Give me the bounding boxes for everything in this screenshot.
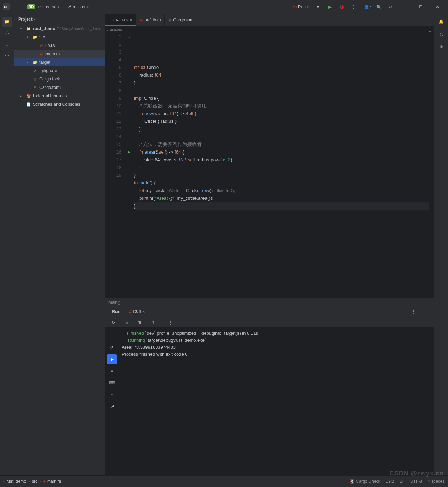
- tab-lib-rs[interactable]: ⊙ src\lib.rs: [136, 14, 165, 26]
- run-label: Run: [298, 5, 306, 9]
- rust-file-icon: ⊙: [38, 51, 44, 57]
- tree-folder-src[interactable]: ▾ 📁 src: [14, 33, 105, 41]
- cargo-icon: ⊞: [32, 76, 38, 82]
- tabs-more-icon[interactable]: ⋮: [424, 14, 434, 24]
- project-tool-icon[interactable]: 📁: [2, 17, 12, 27]
- add-user-icon[interactable]: 👤⁺: [363, 2, 372, 12]
- tree-folder-target[interactable]: ▸ 📁 target: [14, 58, 105, 66]
- run-active-icon[interactable]: ▶: [107, 354, 117, 364]
- main-menu-icon[interactable]: [13, 2, 22, 12]
- sidebar-header[interactable]: Project ▾: [14, 14, 105, 24]
- tree-file-gitignore[interactable]: ⊘ .gitignore: [14, 66, 105, 75]
- close-tab-icon[interactable]: ×: [142, 309, 145, 314]
- root-path: E:\StudySpace\rust_demo: [57, 27, 101, 31]
- app-logo: RR: [3, 3, 10, 10]
- inspection-ok-icon[interactable]: ✓: [429, 28, 433, 34]
- search-icon[interactable]: 🔍: [374, 2, 384, 12]
- tree-external-libs[interactable]: ▸ 📚 External Libraries: [14, 92, 105, 100]
- status-breadcrumbs[interactable]: ▫rust_demo › src › ⊙main.rs: [3, 479, 61, 484]
- build-icon[interactable]: ▼: [313, 2, 323, 12]
- rerun-rail-icon[interactable]: ⟳: [107, 343, 117, 352]
- tree-scratches[interactable]: 📄 Scratches and Consoles: [14, 100, 105, 108]
- rust-file-icon: ⊙: [140, 18, 143, 22]
- close-tab-icon[interactable]: ×: [130, 17, 133, 22]
- tab-cargo-toml[interactable]: ⊞ Cargo.toml: [165, 14, 198, 26]
- minimize-button[interactable]: ─: [396, 0, 412, 14]
- chevron-down-icon: ▾: [27, 35, 31, 39]
- toolbar-more-icon[interactable]: ⋮: [165, 318, 175, 327]
- run-toolwindow-tab[interactable]: Run: [108, 306, 125, 317]
- right-tool-rail: 🔔 ◎ ®: [434, 14, 448, 475]
- editor-breadcrumb[interactable]: main(): [105, 298, 434, 306]
- rerun-icon[interactable]: ↻: [108, 318, 118, 327]
- tree-file-cargolock[interactable]: ⊞ Cargo.lock: [14, 75, 105, 83]
- cursor-position[interactable]: 19:2: [386, 479, 394, 484]
- root-name: rust_demo: [33, 26, 55, 31]
- item-label: Scratches and Consoles: [33, 102, 80, 107]
- tree-file-cargotoml[interactable]: ⊞ Cargo.toml: [14, 83, 105, 92]
- breadcrumb-text: main(): [108, 300, 120, 305]
- filter-icon[interactable]: ⇅: [135, 318, 145, 327]
- run-more-icon[interactable]: ⋮: [409, 307, 419, 317]
- more-actions-icon[interactable]: ⋮: [349, 2, 358, 12]
- gitignore-icon: ⊘: [32, 68, 38, 73]
- file-encoding[interactable]: UTF-8: [410, 479, 422, 484]
- tree-root[interactable]: ▾ 📁 rust_demo E:\StudySpace\rust_demo: [14, 24, 105, 33]
- run-icon[interactable]: ▶: [325, 2, 335, 12]
- run-config-selector[interactable]: ⟲ Run ▾: [291, 4, 311, 10]
- indent-setting[interactable]: 4 spaces: [428, 479, 445, 484]
- close-button[interactable]: ✕: [430, 0, 445, 14]
- chevron-down-icon: ▾: [34, 17, 36, 21]
- git-rail-icon[interactable]: ⎇: [107, 402, 117, 412]
- cargo-icon: ⊞: [32, 85, 38, 90]
- editor-right-gutter: ✓: [429, 26, 434, 298]
- folder-label: target: [39, 60, 50, 65]
- tab-main-rs[interactable]: ⊙ main.rs ×: [105, 14, 136, 26]
- file-label: .gitignore: [39, 68, 57, 73]
- project-name: rust_demo: [36, 5, 56, 9]
- folder-icon: 📁: [32, 34, 38, 40]
- tree-file-main[interactable]: ⊙ main.rs: [14, 50, 105, 58]
- sidebar-title: Project: [18, 17, 33, 22]
- rust-tool-icon[interactable]: ®: [436, 42, 446, 52]
- structure-tool-icon[interactable]: ⊞: [2, 39, 12, 49]
- more-tools-icon[interactable]: ⋯: [2, 50, 12, 60]
- build-output-icon[interactable]: ⊤: [107, 331, 117, 340]
- folder-icon: 📁: [32, 59, 38, 65]
- stop-icon[interactable]: ■: [122, 318, 131, 327]
- git-branch-selector[interactable]: ⎇ master ▾: [64, 4, 91, 10]
- cargo-check-status[interactable]: 🔇 Cargo Check: [349, 479, 380, 484]
- maximize-button[interactable]: ☐: [413, 0, 428, 14]
- run-left-rail: ⊤ ⟳ ▶ ≡ ⌨ ⚠ ⎇: [105, 328, 119, 475]
- code-editor[interactable]: struct Circle { radius: f64,}impl Circle…: [124, 26, 429, 298]
- terminal-rail-icon[interactable]: ⌨: [107, 378, 117, 388]
- settings-icon[interactable]: ⚙: [385, 2, 395, 12]
- library-icon: 📚: [26, 93, 31, 99]
- tree-file-lib[interactable]: ⊙ lib.rs: [14, 41, 105, 50]
- problems-icon[interactable]: ⚠: [107, 390, 117, 400]
- chevron-down-icon: ▾: [307, 5, 309, 9]
- scratches-icon: 📄: [26, 101, 31, 107]
- project-selector[interactable]: RD rust_demo ▾: [25, 3, 62, 10]
- file-label: main.rs: [45, 51, 60, 56]
- minimize-panel-icon[interactable]: ─: [421, 307, 431, 317]
- editor-tabs: ⊙ main.rs × ⊙ src\lib.rs ⊞ Cargo.toml ⋮: [105, 14, 434, 26]
- chevron-down-icon: ▾: [87, 5, 89, 9]
- commit-tool-icon[interactable]: ◌: [2, 28, 12, 38]
- rust-file-icon: ⊙: [108, 18, 111, 22]
- run-config-tab[interactable]: ⊙ Run ×: [125, 306, 149, 317]
- rust-run-icon: ⟲: [293, 5, 297, 9]
- run-config-label: Run: [133, 309, 141, 314]
- item-label: External Libraries: [33, 93, 67, 98]
- usages-hint[interactable]: 3 usages: [105, 27, 124, 33]
- console-output[interactable]: Finished `dev` profile [unoptimized + de…: [119, 328, 434, 475]
- branch-icon: ⎇: [66, 5, 71, 9]
- ai-assistant-icon[interactable]: ◎: [436, 29, 446, 39]
- notifications-icon[interactable]: 🔔: [436, 17, 446, 27]
- branch-name: master: [73, 5, 86, 9]
- line-separator[interactable]: LF: [400, 479, 405, 484]
- rust-file-icon: ⊙: [43, 480, 46, 484]
- debug-icon[interactable]: 🐞: [337, 2, 347, 12]
- delete-icon[interactable]: 🗑: [148, 318, 158, 327]
- scroll-icon[interactable]: ≡: [107, 366, 117, 376]
